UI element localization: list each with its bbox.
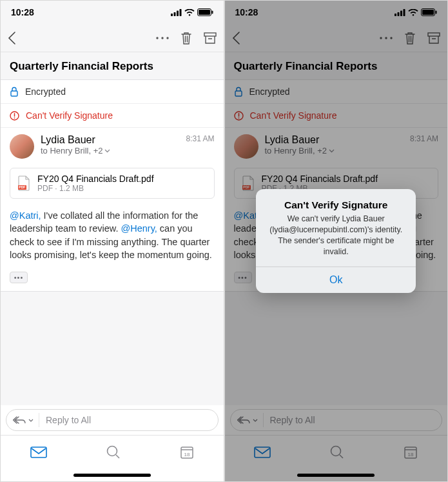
sender-name: Lydia Bauer xyxy=(265,134,404,146)
spacer xyxy=(225,291,448,405)
email-subject: Quarterly Financial Reports xyxy=(225,52,448,80)
ellipsis-icon xyxy=(379,36,393,40)
reply-mode-picker[interactable] xyxy=(235,413,264,427)
alert-dialog: Can't Verify Signature We can't verify L… xyxy=(256,189,416,293)
attachment-name: FY20 Q4 Financials Draft.pdf xyxy=(262,174,378,184)
reply-placeholder: Reply to All xyxy=(264,415,315,425)
tab-bar: 18 xyxy=(225,435,448,468)
svg-point-8 xyxy=(161,37,163,39)
archive-icon xyxy=(427,32,441,45)
search-icon xyxy=(106,445,121,459)
mention[interactable]: @Katri, xyxy=(10,210,41,221)
show-more-button[interactable]: ••• xyxy=(234,272,252,283)
pdf-icon: PDF xyxy=(241,175,255,192)
sender-to: to Henry Brill, +2 xyxy=(265,146,404,156)
svg-rect-22 xyxy=(400,10,402,16)
svg-point-9 xyxy=(166,37,168,39)
tab-mail[interactable] xyxy=(30,447,47,458)
signature-error-label: Can't Verify Signature xyxy=(26,110,113,121)
back-button[interactable] xyxy=(231,31,240,45)
svg-rect-2 xyxy=(177,10,179,16)
nav-bar xyxy=(1,24,224,52)
pdf-icon: PDF xyxy=(17,175,31,192)
reply-bar: Reply to All xyxy=(1,405,224,435)
sender-time: 8:31 AM xyxy=(186,134,214,159)
archive-button[interactable] xyxy=(427,32,441,45)
calendar-icon: 18 xyxy=(404,445,418,459)
delete-button[interactable] xyxy=(404,31,416,45)
svg-rect-25 xyxy=(422,10,434,15)
reply-mode-picker[interactable] xyxy=(10,413,39,427)
tab-calendar[interactable]: 18 xyxy=(180,445,194,459)
svg-rect-6 xyxy=(211,11,213,14)
wifi-icon xyxy=(408,9,418,16)
tab-calendar[interactable]: 18 xyxy=(404,445,418,459)
status-bar: 10:28 xyxy=(1,1,224,24)
battery-icon xyxy=(421,8,437,16)
tab-search[interactable] xyxy=(106,445,121,459)
svg-text:18: 18 xyxy=(184,451,190,457)
svg-point-7 xyxy=(156,37,158,39)
archive-button[interactable] xyxy=(203,32,217,45)
svg-rect-20 xyxy=(394,14,396,16)
show-more-button[interactable]: ••• xyxy=(10,272,28,283)
avatar xyxy=(234,134,258,159)
search-icon xyxy=(330,445,344,459)
signature-error-row[interactable]: Can't Verify Signature xyxy=(225,104,448,128)
svg-rect-1 xyxy=(173,12,175,16)
email-screen-normal: 10:28 Quarterly Financial Reports Encryp… xyxy=(0,0,224,482)
svg-text:PDF: PDF xyxy=(19,185,25,189)
lock-icon xyxy=(10,86,19,97)
svg-point-32 xyxy=(235,112,243,120)
chevron-down-icon xyxy=(253,419,258,422)
svg-rect-3 xyxy=(179,9,181,16)
svg-point-27 xyxy=(380,37,382,39)
email-subject: Quarterly Financial Reports xyxy=(1,52,224,80)
svg-rect-23 xyxy=(404,9,405,16)
svg-text:PDF: PDF xyxy=(243,185,249,189)
encrypted-label: Encrypted xyxy=(25,86,66,97)
svg-rect-5 xyxy=(199,10,210,15)
tab-bar: 18 xyxy=(1,435,224,468)
more-button[interactable] xyxy=(379,36,393,40)
sender-name: Lydia Bauer xyxy=(41,134,179,146)
sender-to: to Henry Brill, +2 xyxy=(41,146,179,156)
alert-icon xyxy=(234,111,244,121)
battery-icon xyxy=(197,8,213,16)
tab-search[interactable] xyxy=(330,445,344,459)
encrypted-row[interactable]: Encrypted xyxy=(1,80,224,104)
trash-icon xyxy=(404,31,416,45)
status-right xyxy=(171,8,213,16)
status-right xyxy=(394,8,437,16)
reply-input[interactable]: Reply to All xyxy=(230,409,443,431)
encrypted-row[interactable]: Encrypted xyxy=(225,80,448,104)
chevron-left-icon xyxy=(231,31,240,45)
svg-rect-26 xyxy=(436,11,437,14)
svg-point-28 xyxy=(385,37,387,39)
signature-error-row[interactable]: Can't Verify Signature xyxy=(1,104,224,128)
more-button[interactable] xyxy=(155,36,170,40)
svg-rect-0 xyxy=(171,14,173,16)
mail-icon xyxy=(30,447,47,458)
svg-rect-34 xyxy=(242,185,251,190)
attachment[interactable]: PDF FY20 Q4 Financials Draft.pdf PDF · 1… xyxy=(10,168,215,199)
alert-ok-button[interactable]: Ok xyxy=(256,266,416,293)
status-time: 10:28 xyxy=(11,7,34,17)
attachment-meta: PDF · 1.2 MB xyxy=(37,184,154,193)
back-button[interactable] xyxy=(7,31,16,45)
signature-error-label: Can't Verify Signature xyxy=(250,110,337,121)
tab-mail[interactable] xyxy=(254,447,271,458)
svg-rect-24 xyxy=(422,9,435,16)
nav-bar xyxy=(225,24,448,52)
svg-rect-11 xyxy=(11,91,17,96)
cellular-icon xyxy=(171,9,182,16)
sender-row[interactable]: Lydia Bauer to Henry Brill, +2 8:31 AM xyxy=(1,128,224,164)
home-indicator[interactable] xyxy=(225,468,448,481)
reply-all-icon xyxy=(13,416,27,425)
delete-button[interactable] xyxy=(180,31,193,45)
mention[interactable]: @Henry, xyxy=(121,223,157,234)
reply-input[interactable]: Reply to All xyxy=(6,409,219,431)
sender-row[interactable]: Lydia Bauer to Henry Brill, +2 8:31 AM xyxy=(225,128,448,164)
home-indicator[interactable] xyxy=(1,468,224,481)
lock-icon xyxy=(234,86,243,97)
